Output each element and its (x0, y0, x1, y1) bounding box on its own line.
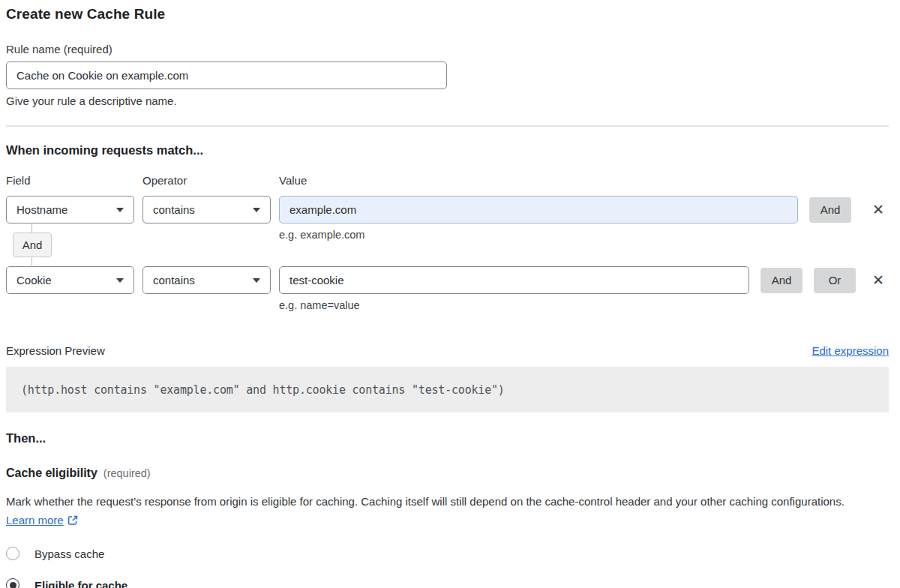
create-cache-rule-page: Create new Cache Rule Rule name (require… (0, 0, 900, 588)
field-select-1[interactable]: Hostname (6, 196, 134, 224)
add-and-condition-button-2[interactable]: And (760, 268, 802, 293)
expression-code: (http.host contains "example.com" and ht… (21, 383, 505, 397)
learn-more-link[interactable]: Learn more (6, 514, 64, 526)
value-input-1[interactable] (279, 196, 798, 224)
radio-dot (10, 582, 16, 588)
value-hint-1: e.g. example.com (279, 229, 364, 241)
value-input-2[interactable] (279, 266, 749, 294)
cache-eligibility-title: Cache eligibility (6, 466, 98, 480)
connector-and-chip[interactable]: And (13, 232, 52, 257)
operator-select-1[interactable]: contains (142, 196, 271, 224)
expression-preview-label: Expression Preview (6, 344, 105, 357)
expression-preview-header: Expression Preview Edit expression (6, 344, 889, 357)
radio-label-bypass: Bypass cache (34, 548, 104, 560)
radio-option-eligible-for-cache[interactable]: Eligible for cache (6, 578, 889, 588)
condition-connector-area: And e.g. example.com (6, 224, 889, 266)
page-title: Create new Cache Rule (6, 6, 889, 22)
operator-select-2-value: contains (153, 274, 195, 286)
radio-unselected-icon[interactable] (6, 547, 20, 560)
radio-option-bypass-cache[interactable]: Bypass cache (6, 547, 889, 560)
chevron-down-icon (116, 278, 124, 283)
condition-row-1: Hostname contains And ✕ (6, 196, 889, 224)
field-column-label: Field (6, 174, 142, 187)
field-select-2-value: Cookie (16, 274, 52, 286)
cache-eligibility-title-row: Cache eligibility (required) (6, 466, 889, 480)
edit-expression-link[interactable]: Edit expression (812, 344, 889, 357)
then-heading: Then... (6, 431, 889, 446)
cache-eligibility-description: Mark whether the request’s response from… (6, 492, 868, 530)
condition-column-labels: Field Operator Value (6, 174, 889, 187)
section-divider (6, 125, 889, 127)
remove-condition-button-1[interactable]: ✕ (871, 201, 886, 218)
field-select-1-value: Hostname (16, 203, 68, 216)
remove-condition-button-2[interactable]: ✕ (871, 272, 886, 289)
rule-name-label: Rule name (required) (6, 43, 889, 56)
operator-column-label: Operator (142, 174, 279, 187)
add-and-condition-button-1[interactable]: And (809, 197, 851, 223)
chevron-down-icon (253, 278, 260, 283)
rule-name-help: Give your rule a descriptive name. (6, 94, 889, 107)
radio-selected-icon[interactable] (6, 578, 20, 588)
expression-code-block: (http.host contains "example.com" and ht… (6, 367, 889, 412)
external-link-icon (68, 515, 78, 526)
chevron-down-icon (116, 208, 124, 212)
chevron-down-icon (253, 208, 260, 212)
field-select-2[interactable]: Cookie (6, 266, 134, 294)
match-heading: When incoming requests match... (6, 143, 889, 158)
add-or-condition-button-2[interactable]: Or (814, 268, 856, 293)
radio-label-eligible: Eligible for cache (34, 579, 128, 588)
description-text: Mark whether the request’s response from… (6, 495, 844, 508)
condition-row-2: Cookie contains And Or ✕ (6, 266, 889, 294)
required-badge: (required) (104, 467, 151, 479)
close-icon: ✕ (872, 272, 884, 288)
operator-select-2[interactable]: contains (142, 266, 271, 294)
value-column-label: Value (279, 174, 889, 187)
operator-select-1-value: contains (153, 203, 195, 216)
close-icon: ✕ (872, 202, 884, 218)
rule-name-input[interactable] (6, 62, 447, 89)
value-hint-2: e.g. name=value (279, 299, 889, 311)
